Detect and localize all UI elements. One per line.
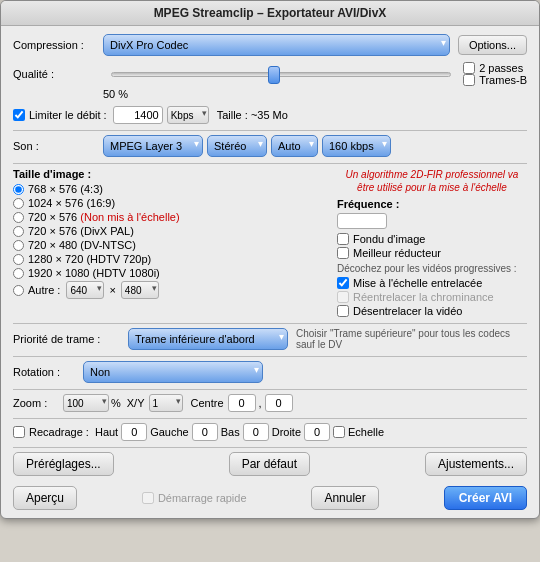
compression-label: Compression : xyxy=(13,39,103,51)
size-768[interactable]: 768 × 576 (4:3) xyxy=(13,183,325,195)
debit-unit-select[interactable]: Kbps xyxy=(167,106,209,124)
recadrage-checkbox[interactable] xyxy=(13,426,25,438)
radio-1024[interactable] xyxy=(13,198,24,209)
action-buttons-row: Préréglages... Par défaut Ajustements... xyxy=(13,452,527,476)
creer-button[interactable]: Créer AVI xyxy=(444,486,527,510)
rotation-select-wrap[interactable]: Non 90° sens horaire 90° sens anti-horai… xyxy=(83,361,263,383)
size-720-divx[interactable]: 720 × 576 (DivX PAL) xyxy=(13,225,325,237)
taille-image-label: Taille d'image : xyxy=(13,168,325,180)
divider-5 xyxy=(13,389,527,390)
son-codec-wrap[interactable]: MPEG Layer 3 xyxy=(103,135,203,157)
size-720-ntsc[interactable]: 720 × 480 (DV-NTSC) xyxy=(13,239,325,251)
chrominance-checkbox[interactable] xyxy=(337,291,349,303)
priorite-note: Choisir "Trame supérieure" pour tous les… xyxy=(296,328,527,350)
entrelacee-checkbox[interactable] xyxy=(337,277,349,289)
passes-checkbox[interactable] xyxy=(463,62,475,74)
haut-input[interactable] xyxy=(121,423,147,441)
ajustements-button[interactable]: Ajustements... xyxy=(425,452,527,476)
droite-input[interactable] xyxy=(304,423,330,441)
son-codec-select[interactable]: MPEG Layer 3 xyxy=(103,135,203,157)
left-column: Taille d'image : 768 × 576 (4:3) 1024 × … xyxy=(13,168,325,319)
size-1024[interactable]: 1024 × 576 (16:9) xyxy=(13,197,325,209)
droite-label: Droite xyxy=(272,426,301,438)
debit-unit-wrap[interactable]: Kbps xyxy=(167,106,209,124)
divider-7 xyxy=(13,447,527,448)
son-bitrate-select[interactable]: 160 kbps xyxy=(322,135,391,157)
debit-label: Limiter le débit : xyxy=(29,109,107,121)
par-defaut-button[interactable]: Par défaut xyxy=(229,452,310,476)
debit-input[interactable]: 1400 xyxy=(113,106,163,124)
window-title: MPEG Streamclip – Exportateur AVI/DivX xyxy=(154,6,387,20)
apercu-button[interactable]: Aperçu xyxy=(13,486,77,510)
zoom-xy-wrap[interactable]: 1 xyxy=(149,394,183,412)
custom-w-wrap[interactable]: 640 xyxy=(66,281,104,299)
radio-1280[interactable] xyxy=(13,254,24,265)
desentrelacer-checkbox[interactable] xyxy=(337,305,349,317)
rotation-select[interactable]: Non 90° sens horaire 90° sens anti-horai… xyxy=(83,361,263,383)
recadrage-label: Recadrage : xyxy=(29,426,89,438)
trames-checkbox[interactable] xyxy=(463,74,475,86)
size-1920[interactable]: 1920 × 1080 (HDTV 1080i) xyxy=(13,267,325,279)
son-label: Son : xyxy=(13,140,103,152)
prereglages-button[interactable]: Préréglages... xyxy=(13,452,114,476)
radio-720-divx[interactable] xyxy=(13,226,24,237)
compression-select-wrap[interactable]: DivX Pro Codec xyxy=(103,34,450,56)
priorite-label: Priorité de trame : xyxy=(13,333,128,345)
son-mode-select[interactable]: Stéréo xyxy=(207,135,267,157)
bas-input[interactable] xyxy=(243,423,269,441)
radio-autre[interactable] xyxy=(13,285,24,296)
bas-label: Bas xyxy=(221,426,240,438)
son-auto-wrap[interactable]: Auto xyxy=(271,135,318,157)
passes-label: 2 passes xyxy=(479,62,523,74)
priorite-select[interactable]: Trame inférieure d'abord Trame supérieur… xyxy=(128,328,288,350)
debit-checkbox[interactable] xyxy=(13,109,25,121)
zoom-centre-label: Centre xyxy=(191,397,224,409)
custom-h-select[interactable]: 480 xyxy=(121,281,159,299)
divider-1 xyxy=(13,130,527,131)
radio-720-ntsc[interactable] xyxy=(13,240,24,251)
chrominance-row: Réentrelacer la chrominance xyxy=(337,291,527,303)
gauche-input[interactable] xyxy=(192,423,218,441)
compression-select[interactable]: DivX Pro Codec xyxy=(103,34,450,56)
divider-2 xyxy=(13,163,527,164)
son-bitrate-wrap[interactable]: 160 kbps xyxy=(322,135,391,157)
divider-4 xyxy=(13,356,527,357)
quality-slider-track[interactable] xyxy=(111,72,451,77)
radio-1920[interactable] xyxy=(13,268,24,279)
custom-w-select[interactable]: 640 xyxy=(66,281,104,299)
zoom-value-wrap[interactable]: 100 xyxy=(63,394,109,412)
radio-768[interactable] xyxy=(13,184,24,195)
size-1280[interactable]: 1280 × 720 (HDTV 720p) xyxy=(13,253,325,265)
zoom-centre-x[interactable] xyxy=(228,394,256,412)
quality-label: Qualité : xyxy=(13,68,103,80)
demarrage-label: Démarrage rapide xyxy=(158,492,247,504)
frequence-input[interactable] xyxy=(337,213,387,229)
entrelacee-label: Mise à l'échelle entrelacée xyxy=(353,277,482,289)
zoom-label: Zoom : xyxy=(13,397,63,409)
demarrage-checkbox[interactable] xyxy=(142,492,154,504)
quality-value: 50 % xyxy=(103,88,128,100)
compression-row: Compression : DivX Pro Codec Options... xyxy=(13,34,527,56)
custom-h-wrap[interactable]: 480 xyxy=(121,281,159,299)
size-720-non[interactable]: 720 × 576 (Non mis à l'échelle) xyxy=(13,211,325,223)
trames-label: Trames-B xyxy=(479,74,527,86)
zoom-value-select[interactable]: 100 xyxy=(63,394,109,412)
zoom-centre-y[interactable] xyxy=(265,394,293,412)
annuler-button[interactable]: Annuler xyxy=(311,486,378,510)
quality-value-row: 50 % xyxy=(13,88,527,100)
son-mode-wrap[interactable]: Stéréo xyxy=(207,135,267,157)
recadrage-row: Recadrage : Haut Gauche Bas Droite Echel… xyxy=(13,423,527,441)
zoom-xy-select[interactable]: 1 xyxy=(149,394,183,412)
fondu-checkbox[interactable] xyxy=(337,233,349,245)
echelle-checkbox[interactable] xyxy=(333,426,345,438)
quality-slider-thumb[interactable] xyxy=(268,66,280,84)
meilleur-checkbox[interactable] xyxy=(337,247,349,259)
rotation-row: Rotation : Non 90° sens horaire 90° sens… xyxy=(13,361,527,383)
priorite-select-wrap[interactable]: Trame inférieure d'abord Trame supérieur… xyxy=(128,328,288,350)
title-bar: MPEG Streamclip – Exportateur AVI/DivX xyxy=(1,1,539,26)
options-button[interactable]: Options... xyxy=(458,35,527,55)
radio-720-non[interactable] xyxy=(13,212,24,223)
son-auto-select[interactable]: Auto xyxy=(271,135,318,157)
progressives-label: Décochez pour les vidéos progressives : xyxy=(337,263,527,274)
gauche-label: Gauche xyxy=(150,426,189,438)
